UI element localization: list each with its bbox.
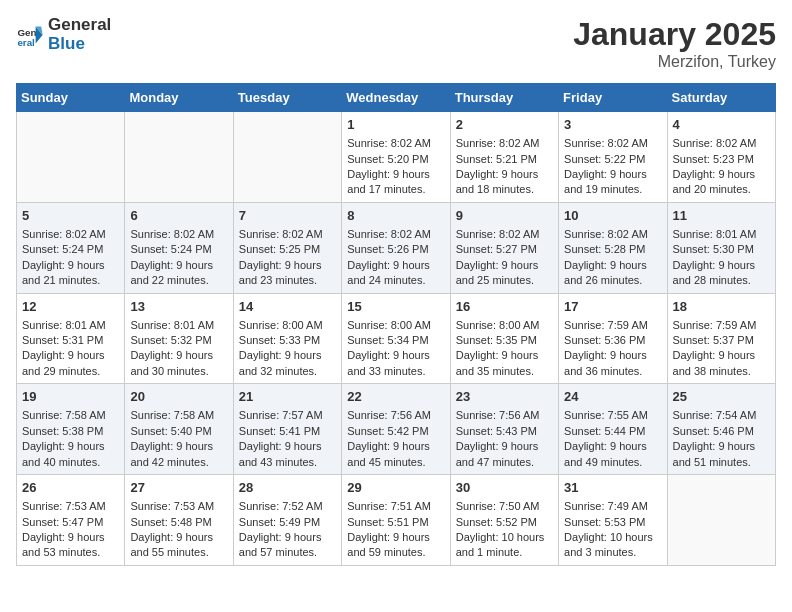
day-number: 2 [456,116,553,134]
day-detail: and 3 minutes. [564,545,661,560]
day-detail: Daylight: 9 hours [347,258,444,273]
weekday-header-wednesday: Wednesday [342,84,450,112]
calendar-day-20: 20Sunrise: 7:58 AMSunset: 5:40 PMDayligh… [125,384,233,475]
calendar-day-24: 24Sunrise: 7:55 AMSunset: 5:44 PMDayligh… [559,384,667,475]
logo-icon: Gen eral [16,21,44,49]
day-detail: Sunset: 5:42 PM [347,424,444,439]
day-detail: Sunrise: 8:02 AM [456,136,553,151]
day-number: 7 [239,207,336,225]
calendar-week-row: 12Sunrise: 8:01 AMSunset: 5:31 PMDayligh… [17,293,776,384]
day-detail: Sunset: 5:53 PM [564,515,661,530]
day-detail: Sunset: 5:51 PM [347,515,444,530]
day-detail: Sunset: 5:48 PM [130,515,227,530]
day-detail: Sunset: 5:24 PM [22,242,119,257]
day-detail: Sunset: 5:43 PM [456,424,553,439]
day-detail: and 19 minutes. [564,182,661,197]
day-detail: and 35 minutes. [456,364,553,379]
weekday-header-tuesday: Tuesday [233,84,341,112]
day-detail: and 42 minutes. [130,455,227,470]
day-detail: Daylight: 9 hours [673,167,770,182]
day-detail: and 45 minutes. [347,455,444,470]
day-detail: Sunrise: 7:55 AM [564,408,661,423]
calendar-week-row: 1Sunrise: 8:02 AMSunset: 5:20 PMDaylight… [17,112,776,203]
day-detail: Sunset: 5:44 PM [564,424,661,439]
day-detail: Sunset: 5:28 PM [564,242,661,257]
calendar-day-4: 4Sunrise: 8:02 AMSunset: 5:23 PMDaylight… [667,112,775,203]
day-detail: Daylight: 9 hours [347,167,444,182]
day-detail: Sunset: 5:34 PM [347,333,444,348]
day-number: 8 [347,207,444,225]
day-detail: Sunrise: 7:50 AM [456,499,553,514]
day-detail: Sunset: 5:36 PM [564,333,661,348]
calendar-day-29: 29Sunrise: 7:51 AMSunset: 5:51 PMDayligh… [342,475,450,566]
calendar-day-2: 2Sunrise: 8:02 AMSunset: 5:21 PMDaylight… [450,112,558,203]
logo-general-text: General [48,16,111,35]
day-number: 29 [347,479,444,497]
weekday-header-thursday: Thursday [450,84,558,112]
day-detail: Sunset: 5:52 PM [456,515,553,530]
calendar-day-18: 18Sunrise: 7:59 AMSunset: 5:37 PMDayligh… [667,293,775,384]
day-detail: and 32 minutes. [239,364,336,379]
day-detail: and 57 minutes. [239,545,336,560]
day-detail: Sunset: 5:27 PM [456,242,553,257]
day-detail: Sunset: 5:32 PM [130,333,227,348]
day-number: 21 [239,388,336,406]
day-detail: Sunrise: 7:56 AM [456,408,553,423]
day-detail: Daylight: 9 hours [564,348,661,363]
calendar-day-14: 14Sunrise: 8:00 AMSunset: 5:33 PMDayligh… [233,293,341,384]
day-detail: Sunrise: 8:02 AM [564,227,661,242]
day-detail: Sunrise: 8:00 AM [456,318,553,333]
day-detail: Daylight: 9 hours [564,258,661,273]
calendar-day-15: 15Sunrise: 8:00 AMSunset: 5:34 PMDayligh… [342,293,450,384]
day-number: 26 [22,479,119,497]
day-number: 15 [347,298,444,316]
calendar-day-10: 10Sunrise: 8:02 AMSunset: 5:28 PMDayligh… [559,202,667,293]
day-detail: Sunrise: 8:02 AM [130,227,227,242]
day-detail: Sunrise: 8:02 AM [456,227,553,242]
day-detail: Sunset: 5:46 PM [673,424,770,439]
day-detail: and 28 minutes. [673,273,770,288]
calendar-empty [17,112,125,203]
day-detail: Sunset: 5:40 PM [130,424,227,439]
day-detail: Sunrise: 8:01 AM [22,318,119,333]
day-detail: Daylight: 9 hours [456,439,553,454]
day-detail: and 55 minutes. [130,545,227,560]
day-detail: Daylight: 9 hours [22,348,119,363]
day-number: 16 [456,298,553,316]
day-number: 12 [22,298,119,316]
day-detail: Sunset: 5:23 PM [673,152,770,167]
day-detail: Daylight: 9 hours [22,530,119,545]
day-detail: Sunrise: 8:02 AM [673,136,770,151]
day-detail: Sunrise: 7:58 AM [130,408,227,423]
calendar-day-5: 5Sunrise: 8:02 AMSunset: 5:24 PMDaylight… [17,202,125,293]
day-detail: Sunrise: 7:54 AM [673,408,770,423]
day-detail: Sunset: 5:35 PM [456,333,553,348]
weekday-header-saturday: Saturday [667,84,775,112]
day-detail: Sunrise: 8:02 AM [347,136,444,151]
day-detail: and 22 minutes. [130,273,227,288]
day-detail: Sunrise: 8:02 AM [564,136,661,151]
day-detail: Sunset: 5:20 PM [347,152,444,167]
calendar-day-25: 25Sunrise: 7:54 AMSunset: 5:46 PMDayligh… [667,384,775,475]
calendar-day-6: 6Sunrise: 8:02 AMSunset: 5:24 PMDaylight… [125,202,233,293]
day-detail: and 49 minutes. [564,455,661,470]
day-detail: Daylight: 9 hours [239,530,336,545]
day-detail: Daylight: 9 hours [673,258,770,273]
calendar-day-19: 19Sunrise: 7:58 AMSunset: 5:38 PMDayligh… [17,384,125,475]
day-detail: Sunrise: 7:49 AM [564,499,661,514]
day-detail: and 18 minutes. [456,182,553,197]
day-detail: Sunrise: 8:02 AM [22,227,119,242]
day-number: 3 [564,116,661,134]
day-number: 6 [130,207,227,225]
day-detail: and 33 minutes. [347,364,444,379]
day-detail: and 23 minutes. [239,273,336,288]
calendar-day-30: 30Sunrise: 7:50 AMSunset: 5:52 PMDayligh… [450,475,558,566]
day-detail: and 29 minutes. [22,364,119,379]
day-detail: Sunset: 5:21 PM [456,152,553,167]
page-header: Gen eral General Blue January 2025 Merzi… [16,16,776,71]
day-detail: Daylight: 9 hours [564,167,661,182]
day-detail: Sunrise: 8:00 AM [347,318,444,333]
day-detail: Sunset: 5:41 PM [239,424,336,439]
calendar-day-3: 3Sunrise: 8:02 AMSunset: 5:22 PMDaylight… [559,112,667,203]
day-detail: and 36 minutes. [564,364,661,379]
